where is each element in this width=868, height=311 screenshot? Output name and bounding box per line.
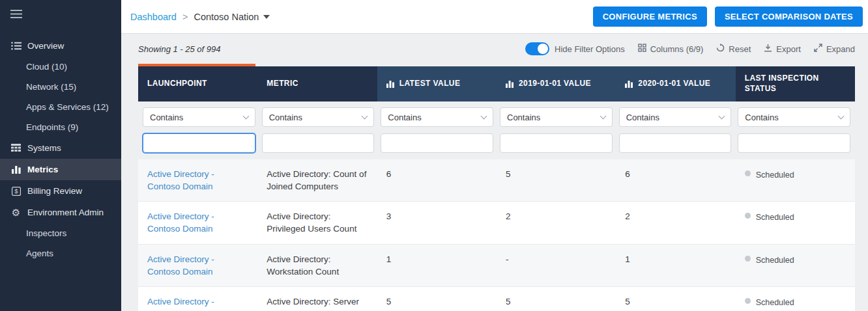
status-cell: Scheduled [736, 159, 855, 201]
table-row: Active Directory - Contoso Domain Active… [138, 202, 855, 244]
column-header-last-inspection-status[interactable]: LAST INSPECTION STATUS [736, 66, 855, 101]
launchpoint-cell: Active Directory - Contoso Domain [138, 202, 257, 243]
filter-operator-select-launchpoint[interactable]: Contains [143, 107, 255, 127]
column-header-label: LAST INSPECTION STATUS [745, 74, 846, 94]
column-header-launchpoint[interactable]: LAUNCHPOINT [138, 66, 257, 101]
select-comparison-dates-button[interactable]: SELECT COMPARISON DATES [715, 7, 863, 27]
latest-value-cell: 3 [377, 202, 497, 243]
bar-chart-icon [10, 165, 22, 174]
chevron-down-icon [263, 15, 270, 19]
sidebar-item-label: Environment Admin [27, 208, 104, 217]
sidebar-item-label: Agents [26, 249, 53, 258]
column-header-metric[interactable]: METRIC [257, 66, 377, 101]
metric-cell: Active Directory: Workstation Count [257, 245, 377, 286]
table-row: Active Directory - Contoso Domain Active… [138, 159, 855, 202]
metric-cell: Active Directory: Server Count [257, 287, 377, 311]
filter-operator-select-2020-value[interactable]: Contains [619, 107, 732, 127]
top-bar: Dashboard > Contoso Nation CONFIGURE MET… [121, 0, 868, 34]
filter-operator-select-2019-value[interactable]: Contains [500, 107, 613, 127]
configure-metrics-button[interactable]: CONFIGURE METRICS [593, 7, 707, 27]
column-header-label: LAUNCHPOINT [147, 79, 207, 89]
value-2019-cell: 5 [497, 159, 616, 201]
filter-input-launchpoint[interactable] [143, 133, 255, 153]
export-button[interactable]: Export [764, 44, 801, 54]
value-2020-cell: 6 [616, 159, 735, 201]
sidebar-item-label: Cloud (10) [26, 62, 67, 72]
latest-value-cell: 5 [377, 287, 497, 311]
reset-button[interactable]: Reset [716, 44, 751, 54]
sidebar-item-systems[interactable]: Systems [0, 137, 121, 159]
sidebar-item-label: Endpoints (9) [26, 122, 78, 132]
sidebar-nav: Overview Cloud (10) Network (15) Apps & … [0, 35, 121, 264]
value-2020-cell: 1 [616, 245, 735, 286]
sidebar-item-apps-services[interactable]: Apps & Services (12) [0, 97, 121, 117]
download-icon [764, 44, 772, 54]
sidebar-item-agents[interactable]: Agents [0, 243, 121, 264]
launchpoint-cell: Active Directory - Contoso Domain [138, 159, 257, 201]
hide-filter-options-toggle[interactable]: Hide Filter Options [525, 42, 625, 55]
expand-button[interactable]: Expand [814, 44, 855, 54]
hide-filter-options-label: Hide Filter Options [555, 44, 625, 54]
column-header-2020-value[interactable]: 2020-01-01 VALUE [616, 66, 735, 101]
metric-cell: Active Directory: Privileged Users Count [257, 202, 377, 243]
sidebar-item-endpoints[interactable]: Endpoints (9) [0, 117, 121, 137]
list-icon [10, 42, 22, 50]
filter-operator-select-status[interactable]: Contains [738, 107, 850, 127]
value-2020-cell: 2 [616, 202, 735, 243]
filter-operator-select-metric[interactable]: Contains [262, 107, 375, 127]
sidebar-item-label: Metrics [27, 165, 58, 174]
launchpoint-link[interactable]: Active Directory - Contoso Domain [147, 297, 214, 311]
filter-input-2020-value[interactable] [619, 133, 732, 153]
column-header-2019-value[interactable]: 2019-01-01 VALUE [497, 66, 616, 101]
gear-icon: ⚙ [10, 208, 22, 217]
hamburger-menu-icon[interactable] [0, 4, 121, 27]
expand-label: Expand [826, 44, 855, 54]
grid-icon [10, 144, 22, 152]
status-label: Scheduled [756, 170, 794, 182]
columns-button[interactable]: Columns (6/9) [638, 44, 704, 54]
sidebar-item-label: Inspectors [26, 228, 66, 238]
sidebar-item-overview[interactable]: Overview [0, 35, 121, 57]
table-toolbar: Showing 1 - 25 of 994 Hide Filter Option… [121, 34, 868, 64]
filter-input-2019-value[interactable] [500, 133, 613, 153]
status-label: Scheduled [756, 297, 794, 309]
chevron-down-icon [600, 113, 606, 119]
sidebar-item-metrics[interactable]: Metrics [0, 159, 121, 180]
sidebar-item-cloud[interactable]: Cloud (10) [0, 57, 121, 77]
launchpoint-link[interactable]: Active Directory - Contoso Domain [147, 254, 214, 277]
status-dot-icon [745, 213, 751, 219]
sidebar-item-environment-admin[interactable]: ⚙ Environment Admin [0, 202, 121, 223]
filter-input-status[interactable] [738, 133, 850, 153]
sidebar-item-network[interactable]: Network (15) [0, 77, 121, 97]
column-header-latest-value[interactable]: LATEST VALUE [377, 66, 497, 101]
value-2019-cell: - [497, 245, 616, 286]
value-2020-cell: 5 [616, 287, 735, 311]
filter-operator-label: Contains [269, 113, 302, 122]
filter-operator-select-latest-value[interactable]: Contains [381, 107, 493, 127]
launchpoint-link[interactable]: Active Directory - Contoso Domain [147, 211, 214, 234]
status-cell: Scheduled [736, 287, 855, 311]
columns-grid-icon [638, 44, 646, 54]
breadcrumb-dashboard-link[interactable]: Dashboard [130, 12, 177, 22]
sidebar-item-billing-review[interactable]: $ Billing Review [0, 180, 121, 202]
value-2019-cell: 5 [497, 287, 616, 311]
showing-count-label: Showing 1 - 25 of 994 [138, 44, 220, 54]
column-header-label: 2020-01-01 VALUE [638, 79, 710, 89]
toggle-switch-icon[interactable] [525, 42, 549, 55]
reset-refresh-icon [716, 44, 725, 54]
filter-operator-row: Contains Contains Contains Contains Cont… [138, 101, 855, 133]
breadcrumb-current-label: Contoso Nation [194, 12, 259, 22]
launchpoint-link[interactable]: Active Directory - Contoso Domain [147, 169, 214, 191]
table-row: Active Directory - Contoso Domain Active… [138, 245, 855, 287]
sidebar-item-label: Overview [27, 41, 64, 51]
value-2019-cell: 2 [497, 202, 616, 243]
filter-input-metric[interactable] [262, 133, 375, 153]
filter-input-latest-value[interactable] [381, 133, 493, 153]
breadcrumb-current-dropdown[interactable]: Contoso Nation [194, 12, 270, 22]
bar-chart-icon [506, 81, 514, 88]
filter-operator-label: Contains [507, 113, 540, 122]
columns-label: Columns (6/9) [650, 44, 704, 54]
filter-operator-label: Contains [626, 113, 659, 122]
sidebar-item-inspectors[interactable]: Inspectors [0, 223, 121, 243]
table-header-row: LAUNCHPOINT METRIC LATEST VALUE 2019-01-… [138, 66, 855, 101]
